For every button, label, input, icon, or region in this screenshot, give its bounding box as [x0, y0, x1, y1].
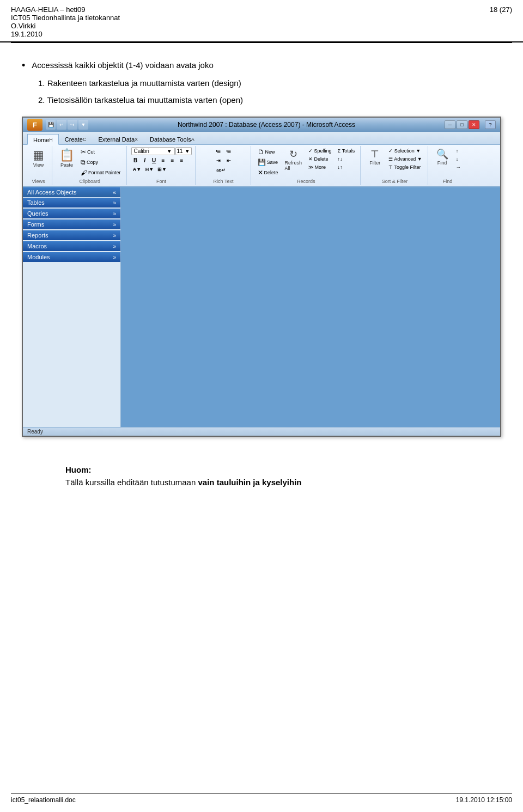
help-button[interactable]: ?	[485, 120, 496, 129]
save-record-label: Save	[267, 160, 278, 165]
spelling-label: ✓ Spelling	[308, 148, 332, 154]
bold-button[interactable]: B	[131, 156, 140, 164]
nav-macros-chevron: »	[113, 243, 116, 249]
records-col3: ✓ Spelling ✕ Delete ≫ More	[306, 147, 334, 171]
align-center-button[interactable]: ≡	[168, 156, 177, 164]
more-button[interactable]: ≫ More	[306, 163, 334, 171]
font-size-chevron: ▼	[185, 148, 190, 154]
ribbon-body: ▦ View Views 📋 Paste ✂ Cut	[23, 145, 500, 187]
numbering-button[interactable]: ≔	[214, 147, 223, 156]
nav-item-macros[interactable]: Macros »	[23, 241, 120, 251]
nav-item-reports[interactable]: Reports »	[23, 230, 120, 240]
redo-quick-icon[interactable]: ↪	[68, 120, 77, 130]
maximize-button[interactable]: □	[457, 120, 467, 129]
minimize-button[interactable]: ─	[445, 120, 455, 129]
rich-text-group-label: Rich Text	[214, 179, 234, 184]
abc-button[interactable]: ab↵	[214, 166, 229, 174]
ribbon-group-views: ▦ View Views	[25, 146, 52, 185]
nav-queries-chevron: »	[113, 211, 116, 217]
header-page: 18 (27)	[490, 5, 512, 38]
new-button[interactable]: 🗋 New	[256, 147, 281, 157]
close-button[interactable]: ✕	[469, 120, 479, 129]
totals-button[interactable]: Σ Totals	[336, 147, 357, 155]
align-right-button[interactable]: ≡	[178, 156, 186, 164]
view-button[interactable]: ▦ View	[29, 147, 48, 170]
sort-desc-button[interactable]: ↓↑	[336, 163, 357, 171]
nav-item-tables[interactable]: Tables »	[23, 198, 120, 207]
office-button[interactable]: F	[27, 119, 42, 131]
save-quick-icon[interactable]: 💾	[46, 120, 56, 130]
go-to-button[interactable]: →	[454, 163, 463, 171]
find-icon: 🔍	[436, 149, 448, 159]
save-record-icon: 💾	[258, 158, 266, 166]
records-col2: ↻ RefreshAll	[282, 147, 305, 173]
sort-filter-content: ⊤ Filter ✓ Selection ▼ ☰ Advanced ▼ ⊤ To…	[365, 147, 424, 178]
rich-text-content: ≔ ≔ ⇥ ⇤ ab↵	[214, 147, 234, 178]
bullet-item-3: 2. Tietosisällön tarkastelua tai muuttam…	[22, 94, 501, 106]
highlight-button[interactable]: H▼	[144, 165, 156, 174]
ribbon-group-sort-filter: ⊤ Filter ✓ Selection ▼ ☰ Advanced ▼ ⊤ To…	[362, 146, 428, 185]
find-sort-desc[interactable]: ↓	[454, 155, 463, 163]
nav-item-modules[interactable]: Modules »	[23, 252, 120, 262]
tab-external-data[interactable]: External Data X	[92, 133, 144, 144]
copy-icon: ⧉	[81, 158, 86, 166]
nav-item-queries[interactable]: Queries »	[23, 209, 120, 218]
view-icon: ▦	[33, 149, 44, 161]
view-label: View	[33, 162, 44, 168]
more-label: ≫ More	[308, 164, 326, 170]
toggle-filter-button[interactable]: ⊤ Toggle Filter	[386, 163, 424, 171]
refresh-button[interactable]: ↻ RefreshAll	[282, 147, 305, 173]
rich-text-row2: ⇥ ⇤	[214, 156, 234, 165]
border-button[interactable]: ⊞▼	[156, 165, 168, 174]
outdent-button[interactable]: ⇤	[224, 156, 234, 165]
bullet-item-2: 1. Rakenteen tarkastelua ja muuttamista …	[22, 77, 501, 89]
font-size-dropdown[interactable]: 11 ▼	[175, 147, 192, 155]
indent-button[interactable]: ⇥	[214, 156, 223, 165]
delete-button[interactable]: ✕ Delete	[256, 168, 281, 178]
views-group-label: Views	[32, 179, 45, 184]
nav-pane-header[interactable]: All Access Objects «	[23, 187, 120, 197]
delete2-button[interactable]: ✕ Delete	[306, 155, 334, 163]
header-author: O.Virkki	[11, 22, 120, 30]
nav-macros-label: Macros	[27, 243, 47, 249]
dropdown-quick-icon[interactable]: ▼	[78, 120, 88, 130]
tab-create[interactable]: Create C	[59, 133, 93, 144]
find-sort-asc[interactable]: ↑	[454, 147, 463, 155]
advanced-button[interactable]: ☰ Advanced ▼	[386, 155, 424, 163]
undo-quick-icon[interactable]: ↩	[57, 120, 66, 130]
italic-button[interactable]: I	[141, 156, 149, 164]
bullets-button[interactable]: ≔	[224, 147, 234, 156]
underline-button[interactable]: U	[150, 156, 159, 164]
tab-database-tools[interactable]: Database Tools A	[144, 133, 200, 144]
font-style-row: B I U ≡ ≡ ≡	[131, 156, 192, 164]
spelling-button[interactable]: ✓ Spelling	[306, 147, 334, 155]
nav-item-forms[interactable]: Forms »	[23, 219, 120, 229]
delete-label: Delete	[264, 170, 278, 175]
format-painter-button[interactable]: 🖌 Format Painter	[78, 168, 123, 178]
cut-button[interactable]: ✂ Cut	[78, 147, 123, 157]
filter-button[interactable]: ⊤ Filter	[365, 147, 385, 168]
find-button[interactable]: 🔍 Find	[433, 147, 452, 168]
advanced-label: ☰ Advanced ▼	[388, 156, 422, 162]
sort-asc-button[interactable]: ↑↓	[336, 155, 357, 163]
records-col1: 🗋 New 💾 Save ✕ Delete	[256, 147, 281, 178]
selection-button[interactable]: ✓ Selection ▼	[386, 147, 424, 155]
align-left-button[interactable]: ≡	[159, 156, 168, 164]
ribbon-group-records: 🗋 New 💾 Save ✕ Delete	[252, 146, 361, 185]
font-col: Calibri ▼ 11 ▼ B I U ≡	[131, 147, 192, 174]
ribbon-group-clipboard: 📋 Paste ✂ Cut ⧉ Copy 🖌	[53, 146, 127, 185]
nav-header-label: All Access Objects	[27, 189, 76, 196]
font-color-button[interactable]: A▼	[131, 165, 143, 174]
delete2-label: ✕ Delete	[308, 156, 329, 162]
access-window: F 💾 ↩ ↪ ▼ Northwind 2007 : Database (Acc…	[22, 117, 501, 437]
sort-filter-group-label: Sort & Filter	[382, 179, 408, 184]
font-color-row: A▼ H▼ ⊞▼	[131, 165, 192, 174]
font-family-dropdown[interactable]: Calibri ▼	[131, 147, 175, 155]
refresh-icon: ↻	[289, 149, 297, 159]
copy-button[interactable]: ⧉ Copy	[78, 157, 123, 167]
paste-button[interactable]: 📋 Paste	[57, 147, 77, 170]
tab-home[interactable]: Home H	[27, 134, 59, 145]
save-record-button[interactable]: 💾 Save	[256, 157, 281, 167]
paste-icon: 📋	[59, 149, 74, 161]
header-title-line2: ICT05 Tiedonhallinta ja tietokannat	[11, 14, 120, 22]
